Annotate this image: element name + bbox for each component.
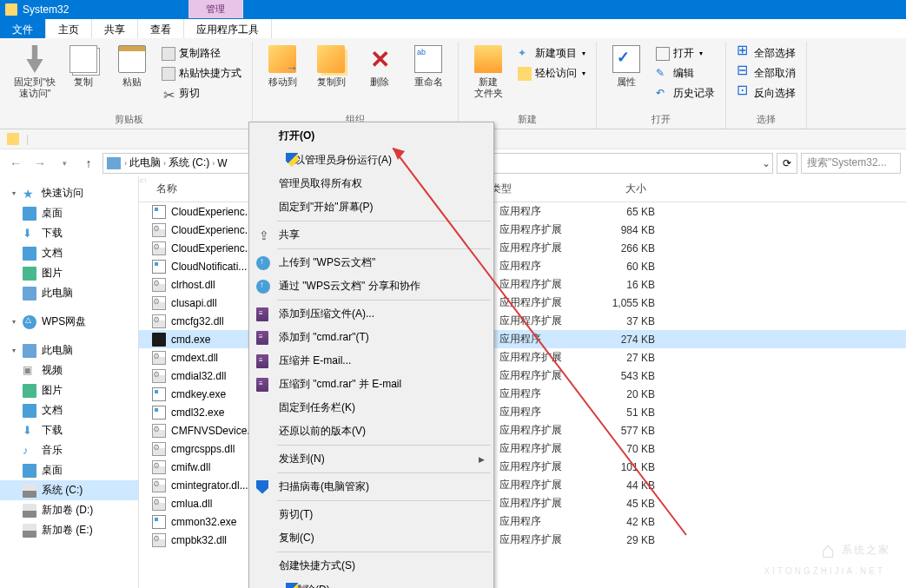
breadcrumb-folder[interactable]: W [215,157,229,169]
ctx-cut[interactable]: 剪切(T) [251,503,492,526]
file-type-icon [152,424,166,438]
tab-view[interactable]: 查看 [138,19,184,38]
ctx-copy[interactable]: 复制(C) [251,526,492,550]
search-input[interactable]: 搜索"System32... [801,153,901,174]
music-icon: ♪ [23,444,36,458]
recent-button[interactable]: ▾ [54,153,75,174]
up-button[interactable]: ↑ [78,153,99,174]
file-type-icon [152,314,166,328]
wps-share-icon [256,280,270,294]
new-item-icon: ✦ [518,47,532,61]
file-type: 应用程序扩展 [499,295,599,310]
watermark-icon: ⌂ [821,537,837,564]
ctx-pin-taskbar[interactable]: 固定到任务栏(K) [251,396,492,420]
back-button[interactable]: ← [5,153,26,174]
nav-desktop2[interactable]: 桌面 [0,460,138,480]
file-type-icon [152,533,166,547]
open-icon [656,47,670,61]
copy-button[interactable]: 复制 [61,42,106,88]
nav-pictures2[interactable]: 图片 [0,380,138,400]
nav-music[interactable]: ♪音乐 [0,440,138,460]
ctx-add-archive[interactable]: 添加到压缩文件(A)... [251,302,492,326]
nav-this-pc-q[interactable]: 此电脑 [0,283,138,303]
ctx-share-wps[interactable]: 通过 "WPS云文档" 分享和协作 [251,274,492,298]
nav-videos[interactable]: ▣视频 [0,360,138,380]
rename-button[interactable]: 重命名 [406,42,451,88]
select-all-button[interactable]: ⊞全部选择 [733,44,799,63]
col-type[interactable]: 类型 [491,182,591,196]
nav-quick-access[interactable]: ★快速访问 [0,183,138,203]
tab-app-tools[interactable]: 应用程序工具 [184,19,272,38]
paste-shortcut-button[interactable]: 粘贴快捷方式 [158,64,245,83]
ctx-admin-own[interactable]: 管理员取得所有权 [251,172,492,195]
ctx-send-to[interactable]: 发送到(N)▶ [251,447,492,471]
file-size: 37 KB [599,315,669,327]
address-dropdown-icon[interactable]: ⌄ [762,157,770,169]
navigation-pane[interactable]: ★快速访问 桌面 ⬇下载 文档 图片 此电脑 WPS网盘 此电脑 ▣视频 图片 … [0,176,139,588]
ctx-compress-email[interactable]: 压缩并 E-mail... [251,349,492,373]
nav-drive-c[interactable]: 系统 (C:) [0,480,138,500]
archive-icon [256,331,268,345]
star-icon: ★ [23,187,36,201]
chevron-right-icon: ▶ [479,455,485,464]
ctx-delete[interactable]: 删除(D) [251,578,492,588]
refresh-button[interactable]: ⟳ [777,153,797,174]
ctx-pin-start[interactable]: 固定到"开始"屏幕(P) [251,195,492,219]
breadcrumb-drive[interactable]: 系统 (C:) [166,155,212,170]
file-type: 应用程序扩展 [499,459,599,474]
ctx-open[interactable]: 打开(O) [251,124,492,148]
ctx-upload-wps[interactable]: 上传到 "WPS云文档" [251,251,492,274]
nav-documents[interactable]: 文档 [0,243,138,263]
nav-pictures[interactable]: 图片 [0,263,138,283]
document-icon [23,404,36,418]
ctx-share[interactable]: ⇪共享 [251,223,492,247]
ctx-compress-rar-email[interactable]: 压缩到 "cmd.rar" 并 E-mail [251,373,492,396]
nav-downloads2[interactable]: ⬇下载 [0,420,138,440]
management-header: 管理 [188,0,243,18]
invert-selection-button[interactable]: ⊡反向选择 [733,84,799,102]
ctx-run-admin[interactable]: 以管理员身份运行(A) [251,148,492,172]
easy-access-button[interactable]: 轻松访问▾ [514,64,589,83]
file-size: 274 KB [599,334,669,346]
file-type-icon [152,241,166,255]
new-item-button[interactable]: ✦新建项目▾ [514,44,589,63]
ctx-scan[interactable]: 扫描病毒(电脑管家) [251,475,492,499]
move-to-button[interactable]: 移动到 [260,42,305,88]
new-folder-icon [474,45,502,73]
download-icon: ⬇ [23,424,36,438]
history-button[interactable]: ↶历史记录 [652,84,718,102]
delete-button[interactable]: ✕删除 [357,42,402,88]
select-none-button[interactable]: ⊟全部取消 [733,64,799,83]
paste-button[interactable]: 粘贴 [109,42,155,88]
pin-quick-access-button[interactable]: 固定到"快 速访问" [12,42,57,99]
properties-button[interactable]: 属性 [604,42,649,88]
clipboard-label: 剪贴板 [12,113,245,129]
ctx-add-rar[interactable]: 添加到 "cmd.rar"(T) [251,326,492,349]
window-title: System32 [23,3,69,16]
nav-drive-d[interactable]: 新加卷 (D:) [0,500,138,520]
breadcrumb-this-pc[interactable]: 此电脑 [127,155,163,170]
edit-button[interactable]: ✎编辑 [652,64,718,83]
nav-documents2[interactable]: 文档 [0,400,138,420]
nav-drive-e[interactable]: 新加卷 (E:) [0,520,138,540]
forward-button[interactable]: → [30,153,50,174]
file-size: 70 KB [599,443,669,455]
nav-this-pc[interactable]: 此电脑 [0,340,138,360]
copy-path-button[interactable]: 复制路径 [158,44,245,63]
scissors-icon: ✂ [162,87,175,101]
open-button[interactable]: 打开▾ [652,44,718,63]
ctx-create-shortcut[interactable]: 创建快捷方式(S) [251,554,492,578]
new-folder-button[interactable]: 新建 文件夹 [466,42,511,99]
nav-wps[interactable]: WPS网盘 [0,312,138,332]
copy-to-button[interactable]: 复制到 [308,42,354,88]
tab-share[interactable]: 共享 [92,19,138,38]
separator [277,221,491,221]
nav-downloads[interactable]: ⬇下载 [0,223,138,243]
tab-file[interactable]: 文件 [0,19,46,38]
nav-desktop[interactable]: 桌面 [0,203,138,223]
separator [277,445,491,446]
col-size[interactable]: 大小 [591,182,660,196]
ctx-restore-prev[interactable]: 还原以前的版本(V) [251,420,492,443]
tab-home[interactable]: 主页 [46,19,92,38]
cut-button[interactable]: ✂剪切 [158,84,245,102]
